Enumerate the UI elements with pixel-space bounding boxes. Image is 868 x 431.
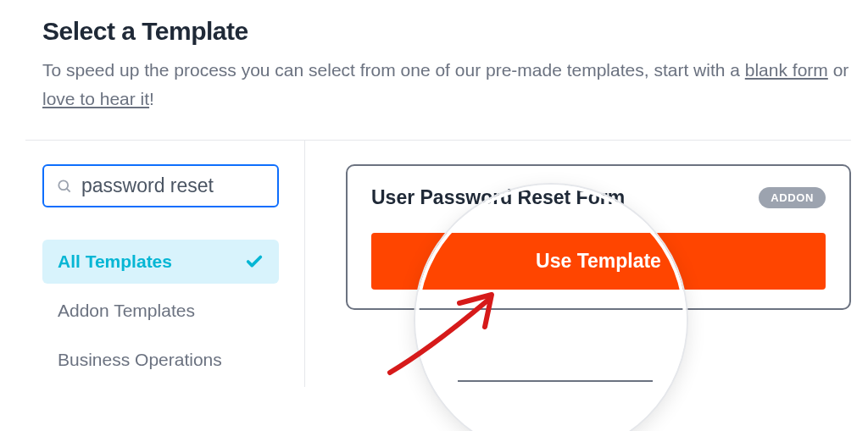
- use-template-button[interactable]: Use Template: [371, 233, 826, 290]
- category-addon-templates[interactable]: Addon Templates: [42, 289, 279, 333]
- underline-annotation: [458, 380, 653, 382]
- check-icon: [245, 252, 264, 271]
- category-label: Business Operations: [58, 350, 222, 370]
- category-label: All Templates: [58, 251, 172, 272]
- sidebar: All Templates Addon Templates Business O…: [42, 141, 305, 387]
- search-icon: [56, 178, 73, 195]
- search-input[interactable]: [81, 174, 265, 197]
- page-title: Select a Template: [42, 17, 851, 46]
- template-title: User Password Reset Form: [371, 186, 625, 209]
- subtitle-text-1: To speed up the process you can select f…: [42, 60, 745, 80]
- subtitle-text-2: or: [828, 60, 849, 80]
- svg-point-0: [58, 180, 68, 190]
- template-card[interactable]: User Password Reset Form ADDON Use Templ…: [346, 164, 851, 310]
- search-box[interactable]: [42, 164, 279, 207]
- category-label: Addon Templates: [58, 301, 195, 321]
- category-all-templates[interactable]: All Templates: [42, 240, 279, 284]
- love-to-hear-it-link[interactable]: love to hear it: [42, 89, 149, 108]
- page-subtitle: To speed up the process you can select f…: [42, 56, 851, 113]
- main-panel: User Password Reset Form ADDON Use Templ…: [305, 164, 851, 387]
- blank-form-link[interactable]: blank form: [745, 60, 828, 80]
- addon-badge: ADDON: [759, 187, 826, 208]
- svg-line-1: [67, 188, 70, 191]
- subtitle-text-3: !: [149, 89, 154, 108]
- category-business-operations[interactable]: Business Operations: [42, 338, 279, 382]
